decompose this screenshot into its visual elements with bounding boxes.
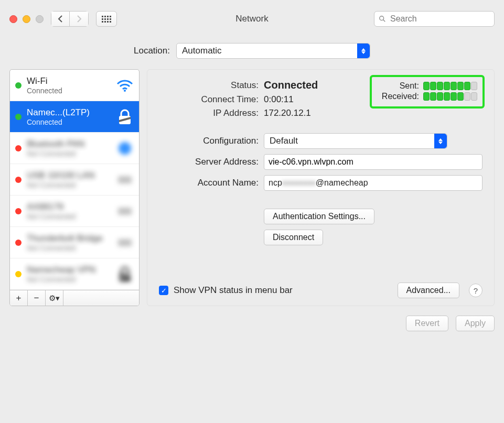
traffic-bar [451, 82, 457, 90]
minimize-window-button[interactable] [23, 15, 30, 23]
traffic-bar [471, 92, 477, 101]
eth-icon [116, 234, 134, 252]
add-interface-button[interactable]: + [10, 290, 28, 306]
account-name-label: Account Name: [159, 178, 259, 188]
sidebar-item-sublabel: Not Connected [27, 149, 111, 158]
eth-icon [116, 202, 134, 220]
sidebar-item-sublabel: Not Connected [27, 275, 111, 284]
lock-icon [116, 108, 134, 126]
traffic-bar [437, 82, 443, 90]
sidebar-item[interactable]: Namec...(L2TP)Connected [10, 101, 139, 133]
status-dot-icon [15, 145, 22, 151]
sidebar-item[interactable]: Namecheap VPNNot Connected [10, 258, 139, 290]
configuration-label: Configuration: [159, 136, 259, 146]
footer-buttons: Revert Apply [9, 316, 495, 331]
server-address-input[interactable] [264, 154, 482, 170]
status-dot-icon [15, 208, 22, 214]
advanced-button[interactable]: Advanced... [398, 283, 460, 298]
interface-actions-button[interactable]: ⚙︎▾ [46, 290, 63, 306]
help-button[interactable]: ? [469, 284, 482, 297]
status-dot-icon [15, 240, 22, 246]
status-dot-icon [15, 114, 22, 120]
sidebar-item-sublabel: Connected [27, 86, 111, 95]
sidebar-item-sublabel: Not Connected [27, 244, 111, 252]
forward-button[interactable] [70, 11, 89, 27]
authentication-settings-button[interactable]: Authentication Settings... [264, 209, 374, 224]
sidebar-item-label: Bluetooth PAN [27, 139, 111, 149]
svg-point-2 [124, 90, 126, 92]
received-bars [423, 92, 477, 101]
traffic-bar [451, 92, 457, 101]
window-traffic-lights [9, 15, 44, 23]
status-label: Status: [159, 80, 259, 91]
sidebar-item[interactable]: Bluetooth PANNot Connected [10, 133, 139, 164]
chevron-up-down-icon [357, 44, 370, 58]
search-icon [379, 15, 386, 23]
sidebar-spacer [63, 290, 139, 306]
traffic-bar [457, 92, 464, 101]
bt-icon [116, 139, 134, 157]
wifi-icon [116, 77, 134, 94]
ip-address-value: 172.20.12.1 [264, 108, 482, 118]
traffic-bar [471, 82, 477, 90]
traffic-bar [444, 92, 450, 101]
received-label: Received: [377, 92, 419, 101]
traffic-bar [430, 92, 436, 101]
status-dot-icon [15, 271, 22, 277]
svg-rect-7 [118, 239, 132, 246]
sidebar-item[interactable]: USB 10/100 LANNot Connected [10, 164, 139, 196]
main-area: Wi-FiConnectedNamec...(L2TP)ConnectedBlu… [9, 69, 495, 306]
disconnect-button[interactable]: Disconnect [264, 230, 323, 245]
svg-line-1 [383, 20, 385, 22]
configuration-value: Default [270, 136, 298, 146]
window-toolbar: Network [9, 9, 495, 28]
connect-time-label: Connect Time: [159, 94, 259, 105]
location-label: Location: [134, 46, 170, 56]
nav-back-forward [51, 11, 89, 27]
sidebar-item-label: Namec...(L2TP) [27, 107, 111, 118]
lock-icon [116, 265, 134, 283]
search-input[interactable] [389, 14, 490, 24]
sidebar-item-label: Wi-Fi [27, 76, 111, 86]
traffic-bar [423, 92, 430, 101]
remove-interface-button[interactable]: − [28, 290, 46, 306]
sidebar-item[interactable]: Thunderbolt BridgeNot Connected [10, 227, 139, 258]
eth-icon [116, 171, 134, 189]
sidebar-item-label: Namecheap VPN [27, 265, 111, 275]
apply-button[interactable]: Apply [456, 316, 495, 331]
traffic-bar [464, 82, 470, 90]
status-dot-icon [15, 177, 22, 183]
zoom-window-button[interactable] [36, 15, 44, 23]
sidebar-item-sublabel: Not Connected [27, 212, 111, 221]
svg-rect-6 [118, 208, 132, 215]
sent-label: Sent: [377, 81, 419, 91]
location-value: Automatic [182, 46, 222, 56]
traffic-bar [457, 82, 464, 90]
show-all-button[interactable] [96, 11, 117, 27]
configuration-select[interactable]: Default [264, 133, 447, 149]
server-address-label: Server Address: [159, 157, 259, 167]
svg-point-4 [119, 142, 131, 155]
show-vpn-status-checkbox[interactable]: ✓ [159, 286, 168, 295]
sent-bars [423, 82, 477, 90]
interface-detail-panel: Status: Connected Connect Time: 0:00:11 … [147, 69, 495, 306]
location-row: Location: Automatic [9, 43, 495, 59]
traffic-stats-box: Sent: Received: [370, 75, 485, 109]
chevron-up-down-icon [434, 134, 447, 148]
traffic-bar [464, 92, 470, 101]
search-field[interactable] [374, 11, 495, 27]
back-button[interactable] [51, 11, 70, 27]
traffic-bar [444, 82, 450, 90]
interface-sidebar: Wi-FiConnectedNamec...(L2TP)ConnectedBlu… [9, 69, 140, 306]
sidebar-item-sublabel: Connected [27, 118, 111, 126]
ip-address-label: IP Address: [159, 108, 259, 118]
account-name-input[interactable]: ncpxxxxxxxx@namecheap [264, 175, 482, 191]
close-window-button[interactable] [9, 15, 17, 23]
revert-button[interactable]: Revert [406, 316, 448, 331]
location-select[interactable]: Automatic [176, 43, 370, 59]
svg-point-0 [380, 16, 384, 20]
sidebar-item[interactable]: AX88179Not Connected [10, 196, 139, 227]
sidebar-item[interactable]: Wi-FiConnected [10, 70, 139, 101]
sidebar-item-label: USB 10/100 LAN [27, 170, 111, 181]
show-vpn-status-label: Show VPN status in menu bar [174, 285, 293, 296]
